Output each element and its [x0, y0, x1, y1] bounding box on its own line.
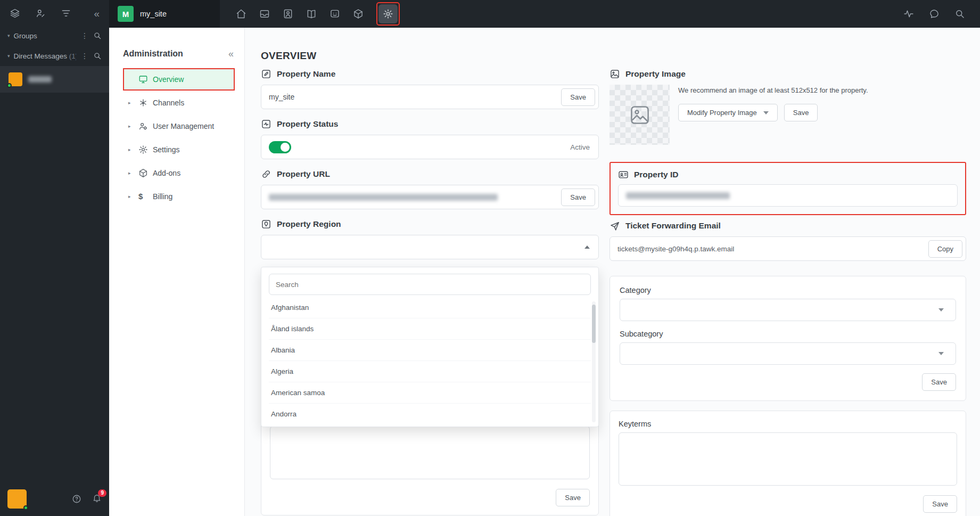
sidebar-item-label: Billing [153, 192, 172, 201]
groups-label: Groups [14, 32, 76, 40]
property-avatar: M [118, 6, 134, 22]
subcategory-label: Subcategory [620, 330, 956, 338]
ticket-email-heading: Ticket Forwarding Email [625, 221, 721, 231]
property-url-save-button[interactable]: Save [561, 189, 595, 206]
subcategory-select[interactable] [620, 342, 956, 365]
admin-panel-title: Administration [123, 49, 228, 59]
location-pin-square-icon [261, 219, 271, 230]
sidebar-item-add-ons[interactable]: ▸ Add-ons [123, 162, 235, 184]
property-name-label: my_site [140, 10, 167, 18]
left-rail: « ▾ Groups ⋮ ▾ Direct Messages (1) ⋮ [0, 0, 109, 516]
notifications-bell[interactable]: 9 [92, 493, 102, 505]
dm-kebab-icon[interactable]: ⋮ [80, 52, 89, 60]
chevron-right-icon[interactable]: ▸ [128, 124, 134, 129]
chevron-down-icon [763, 111, 769, 114]
topbar-right [903, 9, 980, 19]
property-url-redacted-value[interactable] [269, 194, 498, 201]
billing-dollar-icon: $ [138, 192, 148, 201]
region-option[interactable]: Åland islands [269, 318, 591, 339]
link-icon [261, 169, 271, 179]
dm-conversation-item[interactable] [0, 66, 109, 93]
dm-section-header[interactable]: ▾ Direct Messages (1) ⋮ [0, 46, 109, 66]
status-square-icon [261, 119, 271, 129]
knowledge-base-icon[interactable] [306, 9, 317, 19]
sidebar-item-overview[interactable]: ▸ Overview [123, 68, 235, 91]
rail-collapse-icon[interactable]: « [94, 9, 100, 19]
modify-property-image-button[interactable]: Modify Property Image [678, 104, 778, 121]
region-option[interactable]: Algeria [269, 361, 591, 382]
dm-avatar [9, 72, 22, 86]
category-save-button[interactable]: Save [922, 373, 956, 391]
dm-count: (1) [69, 52, 76, 60]
chevron-up-icon [584, 245, 590, 249]
property-name-save-button[interactable]: Save [561, 88, 595, 106]
chevron-right-icon[interactable]: ▸ [128, 194, 134, 199]
property-name-input[interactable] [269, 93, 561, 101]
contacts-icon[interactable] [283, 9, 293, 19]
status-toggle[interactable] [269, 141, 291, 153]
ticket-email-value: tickets@mysite-g09h4q.p.tawk.email [617, 245, 928, 253]
dm-search-icon[interactable] [93, 52, 102, 60]
groups-kebab-icon[interactable]: ⋮ [80, 31, 89, 40]
chevron-right-icon[interactable]: ▸ [128, 100, 134, 105]
property-switcher[interactable]: M my_site [109, 0, 220, 28]
ticket-email-copy-button[interactable]: Copy [928, 240, 962, 258]
groups-stack-icon[interactable] [10, 8, 20, 19]
chatbot-icon[interactable] [330, 9, 340, 19]
chevron-right-icon[interactable]: ▸ [128, 147, 134, 152]
settings-gear-icon[interactable] [378, 4, 398, 23]
rail-footer: 9 [0, 483, 109, 516]
activity-pulse-icon[interactable] [903, 9, 914, 19]
property-image-save-button[interactable]: Save [784, 104, 818, 121]
sidebar-item-user-management[interactable]: ▸ User Management [123, 115, 235, 137]
description-save-button[interactable]: Save [556, 489, 590, 506]
agents-icon[interactable] [35, 8, 46, 19]
groups-caret-icon[interactable]: ▾ [7, 33, 10, 38]
groups-section-header[interactable]: ▾ Groups ⋮ [0, 26, 109, 46]
settings-highlight-box [376, 2, 400, 26]
description-textarea[interactable] [270, 426, 590, 479]
my-status-dot [23, 505, 28, 510]
sidebar-item-billing[interactable]: ▸ $ Billing [123, 185, 235, 207]
property-image-heading: Property Image [625, 69, 686, 79]
chevron-right-icon[interactable]: ▸ [128, 170, 134, 176]
user-management-icon [138, 121, 148, 131]
right-column: Property Image We recommend an image of … [610, 69, 966, 516]
property-image-placeholder[interactable] [610, 85, 670, 145]
search-icon[interactable] [954, 9, 965, 19]
category-card: Category Subcategory Save [610, 276, 966, 401]
region-option[interactable]: American samoa [269, 382, 591, 403]
online-status-dot [7, 83, 12, 88]
region-option[interactable]: Afghanistan [269, 297, 591, 318]
sidebar-item-channels[interactable]: ▸ Channels [123, 92, 235, 114]
filter-icon[interactable] [61, 8, 71, 19]
help-icon[interactable] [72, 494, 81, 504]
inbox-icon[interactable] [259, 9, 270, 19]
region-select[interactable] [261, 235, 599, 259]
left-column: Property Name Save [261, 69, 599, 515]
edit-square-icon [261, 69, 271, 79]
sidebar-item-settings[interactable]: ▸ Settings [123, 138, 235, 161]
chevron-down-icon [938, 352, 944, 355]
apps-icon[interactable] [353, 9, 364, 19]
admin-collapse-icon[interactable]: « [228, 49, 234, 59]
property-name-field-row: Save [261, 85, 599, 109]
dropdown-scrollbar-thumb[interactable] [592, 305, 596, 343]
property-id-redacted-value[interactable] [626, 192, 730, 199]
keyterms-textarea[interactable] [619, 432, 957, 486]
home-icon[interactable] [236, 9, 246, 19]
dm-caret-icon[interactable]: ▾ [7, 53, 10, 59]
category-label: Category [620, 286, 956, 294]
category-select[interactable] [620, 299, 956, 321]
region-search-input[interactable] [269, 274, 591, 295]
chat-bubble-icon[interactable] [929, 9, 940, 19]
groups-search-icon[interactable] [93, 31, 102, 40]
id-card-icon [618, 169, 629, 180]
region-option[interactable]: Albania [269, 339, 591, 361]
keyterms-save-button[interactable]: Save [923, 495, 957, 513]
region-dropdown: Afghanistan Åland islands Albania Algeri… [261, 267, 599, 427]
dm-redacted-name [28, 76, 52, 83]
app-screen: « ▾ Groups ⋮ ▾ Direct Messages (1) ⋮ [0, 0, 980, 516]
region-option[interactable]: Andorra [269, 403, 591, 424]
user-avatar[interactable] [7, 489, 27, 509]
